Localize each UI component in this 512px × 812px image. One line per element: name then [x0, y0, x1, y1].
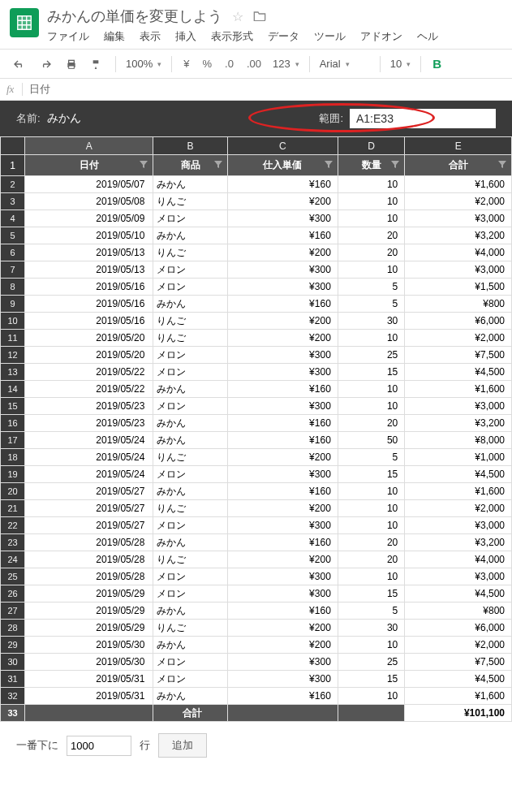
table-row[interactable]: 122019/05/20メロン¥30025¥7,500	[1, 347, 512, 364]
cell[interactable]: 2019/05/28	[25, 568, 153, 585]
cell[interactable]: ¥3,000	[405, 568, 512, 585]
cell[interactable]: 2019/05/24	[25, 432, 153, 449]
cell[interactable]: ¥3,000	[405, 210, 512, 227]
row-header[interactable]: 17	[1, 432, 25, 449]
row-header[interactable]: 20	[1, 483, 25, 500]
cell[interactable]: 5	[338, 449, 404, 466]
table-row[interactable]: 202019/05/27みかん¥16010¥1,600	[1, 483, 512, 500]
cell[interactable]: りんご	[153, 620, 227, 637]
table-row[interactable]: 232019/05/28みかん¥16020¥3,200	[1, 534, 512, 551]
cell[interactable]: 2019/05/31	[25, 688, 153, 705]
row-header[interactable]: 23	[1, 534, 25, 551]
cell[interactable]: みかん	[153, 296, 227, 313]
table-row[interactable]: 302019/05/30メロン¥30025¥7,500	[1, 654, 512, 671]
cell[interactable]: 15	[338, 671, 404, 688]
cell[interactable]: 10	[338, 261, 404, 279]
increase-decimal-icon[interactable]: .00	[242, 54, 266, 73]
row-header[interactable]: 13	[1, 364, 25, 381]
cell[interactable]: ¥160	[227, 176, 338, 193]
cell[interactable]: 2019/05/30	[25, 637, 153, 654]
spreadsheet-grid[interactable]: ABCDE 1日付商品仕入単価数量合計 22019/05/07みかん¥16010…	[0, 136, 512, 722]
cell[interactable]: ¥3,000	[405, 261, 512, 279]
cell[interactable]: 2019/05/29	[25, 620, 153, 637]
table-row[interactable]: 102019/05/16りんご¥20030¥6,000	[1, 313, 512, 330]
cell[interactable]: 5	[338, 279, 404, 296]
cell[interactable]: ¥7,500	[405, 654, 512, 671]
number-format-select[interactable]: 123	[269, 56, 303, 71]
font-size-select[interactable]: 10	[387, 56, 414, 71]
cell[interactable]: メロン	[153, 279, 227, 296]
table-row[interactable]: 52019/05/10みかん¥16020¥3,200	[1, 227, 512, 244]
cell[interactable]: 25	[338, 654, 404, 671]
cell[interactable]: メロン	[153, 210, 227, 227]
decrease-decimal-icon[interactable]: .0	[220, 54, 239, 73]
column-header[interactable]: E	[405, 137, 512, 155]
cell[interactable]: 2019/05/22	[25, 364, 153, 381]
paint-format-icon[interactable]	[86, 55, 109, 73]
table-row[interactable]: 212019/05/27りんご¥20010¥2,000	[1, 500, 512, 517]
row-header[interactable]: 12	[1, 347, 25, 364]
cell[interactable]: ¥200	[227, 244, 338, 261]
cell[interactable]: みかん	[153, 637, 227, 654]
table-row[interactable]: 172019/05/24みかん¥16050¥8,000	[1, 432, 512, 449]
cell[interactable]: みかん	[153, 381, 227, 398]
bold-button[interactable]: B	[428, 57, 446, 71]
name-value[interactable]: みかん	[47, 111, 81, 126]
table-row[interactable]: 272019/05/29みかん¥1605¥800	[1, 603, 512, 620]
cell[interactable]: 30	[338, 313, 404, 330]
cell[interactable]: 10	[338, 193, 404, 210]
row-header[interactable]: 19	[1, 466, 25, 483]
cell[interactable]: りんご	[153, 193, 227, 210]
cell[interactable]: 2019/05/20	[25, 330, 153, 347]
cell[interactable]: ¥160	[227, 483, 338, 500]
cell[interactable]: ¥7,500	[405, 347, 512, 364]
cell[interactable]: りんご	[153, 551, 227, 568]
cell[interactable]: ¥160	[227, 688, 338, 705]
cell[interactable]	[25, 705, 153, 722]
cell[interactable]: ¥2,000	[405, 193, 512, 210]
cell[interactable]: ¥160	[227, 432, 338, 449]
cell[interactable]: みかん	[153, 603, 227, 620]
cell[interactable]: 2019/05/27	[25, 517, 153, 534]
cell[interactable]: ¥200	[227, 637, 338, 654]
menu-item[interactable]: 表示形式	[211, 29, 253, 44]
cell[interactable]: みかん	[153, 415, 227, 432]
filter-icon[interactable]	[498, 160, 506, 171]
redo-icon[interactable]	[34, 55, 57, 73]
cell[interactable]: 2019/05/16	[25, 279, 153, 296]
select-all-cell[interactable]	[1, 137, 25, 155]
cell[interactable]: ¥4,500	[405, 585, 512, 603]
filter-icon[interactable]	[214, 160, 222, 171]
cell[interactable]: ¥3,200	[405, 534, 512, 551]
cell[interactable]: 10	[338, 176, 404, 193]
cell[interactable]: ¥300	[227, 279, 338, 296]
cell[interactable]: ¥2,000	[405, 500, 512, 517]
row-header[interactable]: 4	[1, 210, 25, 227]
cell[interactable]: みかん	[153, 176, 227, 193]
row-header[interactable]: 10	[1, 313, 25, 330]
cell[interactable]: メロン	[153, 466, 227, 483]
cell[interactable]: ¥300	[227, 654, 338, 671]
table-row[interactable]: 292019/05/30みかん¥20010¥2,000	[1, 637, 512, 654]
cell[interactable]: りんご	[153, 244, 227, 261]
menu-item[interactable]: ファイル	[47, 29, 89, 44]
cell[interactable]: ¥200	[227, 330, 338, 347]
cell[interactable]	[338, 705, 404, 722]
filter-header[interactable]: 仕入単価	[227, 155, 338, 176]
cell[interactable]: ¥4,500	[405, 466, 512, 483]
cell[interactable]: 2019/05/29	[25, 585, 153, 603]
table-row[interactable]: 162019/05/23みかん¥16020¥3,200	[1, 415, 512, 432]
filter-header[interactable]: 商品	[153, 155, 227, 176]
table-row[interactable]: 82019/05/16メロン¥3005¥1,500	[1, 279, 512, 296]
total-row[interactable]: 33合計¥101,100	[1, 705, 512, 722]
cell[interactable]: ¥200	[227, 193, 338, 210]
table-row[interactable]: 182019/05/24りんご¥2005¥1,000	[1, 449, 512, 466]
cell[interactable]: 2019/05/28	[25, 551, 153, 568]
cell[interactable]: 2019/05/08	[25, 193, 153, 210]
cell[interactable]: メロン	[153, 398, 227, 415]
cell[interactable]: 10	[338, 500, 404, 517]
star-icon[interactable]: ☆	[232, 9, 243, 24]
cell[interactable]: ¥3,000	[405, 517, 512, 534]
cell[interactable]: ¥300	[227, 517, 338, 534]
cell[interactable]: ¥300	[227, 466, 338, 483]
